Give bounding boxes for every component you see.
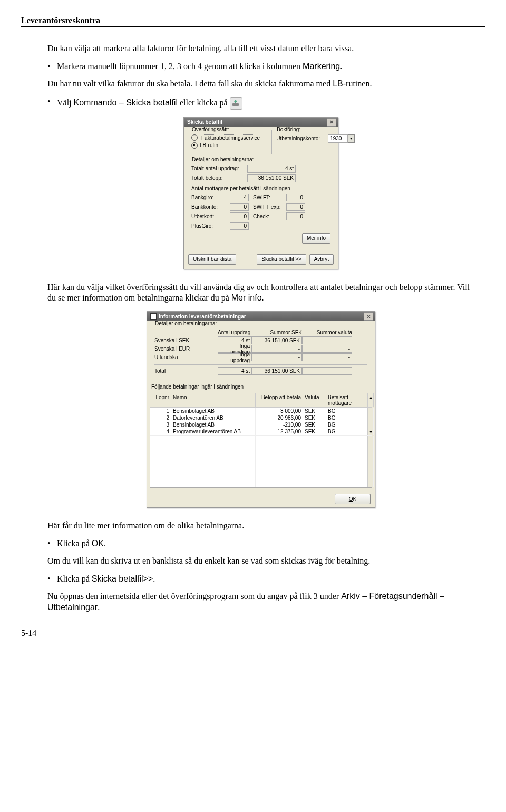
table-header: Löpnr Namn Belopp att betala Valuta Beta… [150,393,372,408]
skicka-betalfil-button[interactable]: Skicka betalfil >> [257,254,306,265]
skicka-betalfil-dialog: Skicka betalfil ✕ Överföringssätt: Faktu… [183,117,338,269]
cell: SEK [303,428,326,435]
cell-value [302,367,352,375]
utbetkort-value: 0 [230,212,249,220]
mer-info-button[interactable]: Mer info [302,233,330,244]
send-file-icon [230,97,242,110]
cell: SEK [303,421,326,428]
text: Klicka på [57,539,92,548]
group-label: Detaljer om betalningarna: [153,321,218,326]
field-label: Bankgiro: [191,195,226,200]
text: -rutinen. [343,79,372,88]
scrollbar[interactable] [367,421,374,428]
group-label: Bokföring: [275,127,302,132]
table-empty-area [150,435,372,487]
text: . [98,603,100,612]
bullet-item: Markera manuellt löpnummer 1, 2, 3 och 4… [47,62,474,71]
cell: BG [326,428,367,435]
cell: BG [326,421,367,428]
text: . [153,574,155,583]
group-label: Överföringssätt: [190,127,231,132]
scrollbar[interactable] [367,436,374,487]
ok-button[interactable]: OK [335,494,371,504]
table-row[interactable]: 4 Programvaruleverantören AB 12 375,00 S… [150,428,372,435]
bullet-item: Välj Kommando – Skicka betalfil eller kl… [47,97,474,110]
payments-table: Löpnr Namn Belopp att betala Valuta Beta… [150,393,372,488]
scrollbar[interactable] [367,414,374,421]
dialog-title: Information leverantörsbetalningar [159,314,246,320]
button-label-rest: K [353,496,357,502]
radio-label: Fakturabetalningsservice [200,134,261,141]
scroll-up-icon[interactable]: ▴ [367,393,374,407]
radio-icon [191,134,198,141]
summary-row: Utländska Inga uppdrag - - [154,353,367,361]
avbryt-button[interactable]: Avbryt [309,254,334,265]
dialog-titlebar: Skicka betalfil ✕ [184,118,338,127]
column-header: Betalsätt mottagare [326,393,367,407]
cell: SEK [303,414,326,421]
column-header: Belopp att betala [256,393,303,407]
ui-term: Skicka betalfil>> [92,574,153,583]
paragraph: Här får du lite mer information om de ol… [47,520,474,531]
subheading: Antal mottagare per betalsätt i sändning… [191,186,330,191]
close-icon[interactable]: ✕ [364,312,373,321]
cell: -210,00 [256,421,303,428]
text: . [104,539,106,548]
utbetalningskonto-select[interactable]: 1930 ▾ [328,134,355,143]
cell-value: - [302,345,352,353]
cell: BG [326,414,367,421]
scroll-down-icon[interactable]: ▾ [367,428,374,435]
column-header: Antal uppdrag [218,330,252,335]
cell-value: - [302,353,352,361]
cell: Datorleverantören AB [171,414,256,421]
table-row[interactable]: 2 Datorleverantören AB 20 986,00 SEK BG [150,414,372,421]
field-label: Bankkonto: [191,204,226,210]
text: Markera manuellt löpnummer 1, 2, 3 och 4… [57,62,303,71]
cell-value: 4 st [218,367,252,375]
radio-fakturabetalningsservice[interactable]: Fakturabetalningsservice [191,134,261,141]
radio-label: LB-rutin [200,142,218,148]
cell: Bensinbolaget AB [171,408,256,414]
close-icon[interactable]: ✕ [327,118,336,127]
ui-term: OK [92,539,104,548]
dialog-title: Skicka betalfil [187,119,222,125]
dialog-titlebar: Information leverantörsbetalningar ✕ [147,312,375,321]
utskrift-banklista-button[interactable]: Utskrift banklista [188,254,236,265]
swiftexp-value: 0 [286,203,305,211]
row-label: Total [154,368,218,374]
cell: 2 [150,414,171,421]
field-label: Check: [253,214,282,219]
summary-row: Svenska i EUR Inga uppdrag - - [154,345,367,353]
field-label: SWIFT: [253,195,282,200]
paragraph: Om du vill kan du skriva ut en banklista… [47,556,474,567]
paragraph: Du kan välja att markera alla fakturor f… [47,43,474,54]
table-row[interactable]: 3 Bensinbolaget AB -210,00 SEK BG [150,421,372,428]
field-label: Totalt antal uppdrag: [191,166,245,171]
svg-rect-0 [232,103,239,106]
select-value: 1930 [328,134,348,143]
field-label: Utbetalningskonto: [276,136,326,141]
bankkonto-value: 0 [230,203,249,211]
cell: 3 [150,421,171,428]
cell-value: 36 151,00 SEK [252,367,302,375]
paragraph: Nu öppnas den internetsida eller det öve… [47,591,474,613]
ui-term: Markering [303,62,340,71]
table-row[interactable]: 1 Bensinbolaget AB 3 000,00 SEK BG [150,408,372,414]
scrollbar[interactable] [367,408,374,414]
cell: 3 000,00 [256,408,303,414]
cell-value: - [252,353,302,361]
field-label: PlusGiro: [191,223,226,229]
text: Nu öppnas den internetsida eller det öve… [47,592,341,601]
radio-lb-rutin[interactable]: LB-rutin [191,142,261,149]
summary-row: Svenska i SEK 4 st 36 151,00 SEK [154,336,367,344]
cell: SEK [303,408,326,414]
cell: 1 [150,408,171,414]
text: Välj [57,98,74,107]
total-antal-value: 4 st [247,165,296,173]
paragraph: Här kan du välja vilket överföringssätt … [47,282,474,304]
ui-term: Mer info [231,293,262,302]
page-header: Leverantörsreskontra [21,16,485,27]
subheading: Följande betalningar ingår i sändningen [147,383,375,391]
cell: BG [326,408,367,414]
group-label: Detaljer om betalningarna: [190,157,255,162]
